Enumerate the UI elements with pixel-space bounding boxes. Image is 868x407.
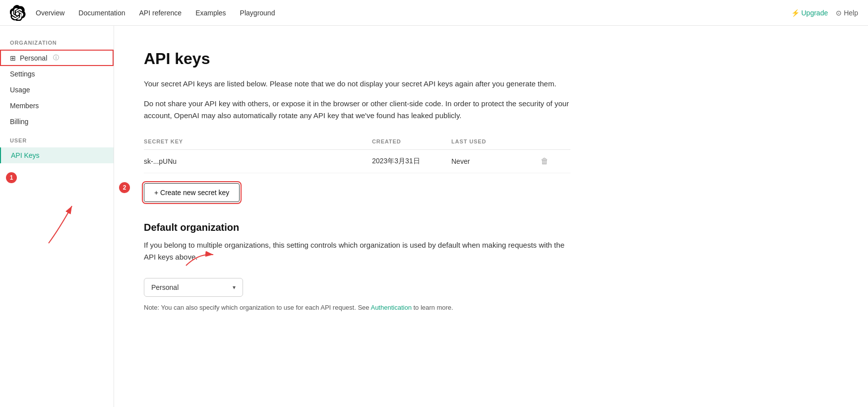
col-header-key: SECRET KEY	[144, 138, 372, 144]
nav-overview[interactable]: Overview	[36, 9, 64, 17]
trash-icon[interactable]: 🗑	[541, 157, 549, 165]
default-org-desc: If you belong to multiple organizations,…	[144, 239, 570, 263]
sidebar-item-personal[interactable]: ⊞ Personal ⓘ	[0, 50, 114, 66]
user-section-label: USER	[0, 137, 114, 143]
top-navigation: Overview Documentation API reference Exa…	[0, 0, 868, 26]
table-row: sk-...pUNu 2023年3月31日 Never 🗑	[144, 150, 570, 173]
main-layout: ORGANIZATION ⊞ Personal ⓘ Settings Usage…	[0, 26, 868, 407]
org-section-label: ORGANIZATION	[0, 40, 114, 46]
sidebar-usage-label: Usage	[10, 86, 30, 94]
col-header-created: CREATED	[372, 138, 451, 144]
note-text-part2: to learn more.	[412, 304, 453, 311]
col-header-lastused: LAST USED	[451, 138, 541, 144]
col-header-actions	[541, 138, 570, 144]
create-secret-key-button[interactable]: + Create new secret key	[144, 183, 240, 202]
sidebar-members-label: Members	[10, 102, 39, 110]
sidebar-settings-label: Settings	[10, 70, 35, 78]
sidebar-billing-label: Billing	[10, 118, 28, 126]
grid-icon: ⊞	[10, 54, 16, 62]
default-org-title: Default organization	[144, 222, 838, 233]
sidebar-api-keys-label: API Keys	[11, 151, 40, 159]
description-1: Your secret API keys are listed below. P…	[144, 78, 570, 90]
note-text: Note: You can also specify which organiz…	[144, 304, 570, 311]
nav-links: Overview Documentation API reference Exa…	[36, 9, 791, 17]
page-title: API keys	[144, 50, 838, 68]
nav-examples[interactable]: Examples	[195, 9, 226, 17]
lightning-icon: ⚡	[791, 9, 800, 17]
sidebar: ORGANIZATION ⊞ Personal ⓘ Settings Usage…	[0, 26, 114, 407]
nav-api-reference[interactable]: API reference	[139, 9, 182, 17]
nav-right: ⚡ Upgrade ⊙ Help	[791, 9, 859, 17]
sidebar-item-usage[interactable]: Usage	[0, 82, 114, 98]
help-icon: ⊙	[836, 9, 842, 17]
table-header: SECRET KEY CREATED LAST USED	[144, 134, 570, 150]
nav-playground[interactable]: Playground	[240, 9, 275, 17]
sidebar-item-settings[interactable]: Settings	[0, 66, 114, 82]
org-select[interactable]: Personal ▾	[144, 278, 243, 297]
description-2: Do not share your API key with others, o…	[144, 98, 570, 122]
create-btn-wrapper: + Create new secret key 2	[144, 173, 240, 202]
sidebar-personal-label: Personal	[20, 54, 47, 62]
info-icon: ⓘ	[53, 54, 59, 62]
authentication-link[interactable]: Authentication	[371, 304, 411, 311]
sidebar-item-billing[interactable]: Billing	[0, 114, 114, 130]
annotation-circle-1: 1	[6, 172, 17, 183]
created-value: 2023年3月31日	[372, 157, 451, 166]
delete-action[interactable]: 🗑	[541, 157, 570, 166]
nav-documentation[interactable]: Documentation	[78, 9, 125, 17]
sidebar-item-api-keys[interactable]: API Keys	[0, 147, 114, 163]
help-button[interactable]: ⊙ Help	[836, 9, 858, 17]
upgrade-button[interactable]: ⚡ Upgrade	[791, 9, 828, 17]
sidebar-item-members[interactable]: Members	[0, 98, 114, 114]
main-content: API keys Your secret API keys are listed…	[114, 26, 868, 407]
note-text-part1: Note: You can also specify which organiz…	[144, 304, 371, 311]
lastused-value: Never	[451, 157, 541, 165]
chevron-down-icon: ▾	[233, 284, 236, 291]
org-select-value: Personal	[151, 283, 221, 291]
key-value: sk-...pUNu	[144, 157, 372, 165]
openai-logo	[10, 5, 26, 21]
annotation-circle-2: 2	[119, 182, 130, 193]
